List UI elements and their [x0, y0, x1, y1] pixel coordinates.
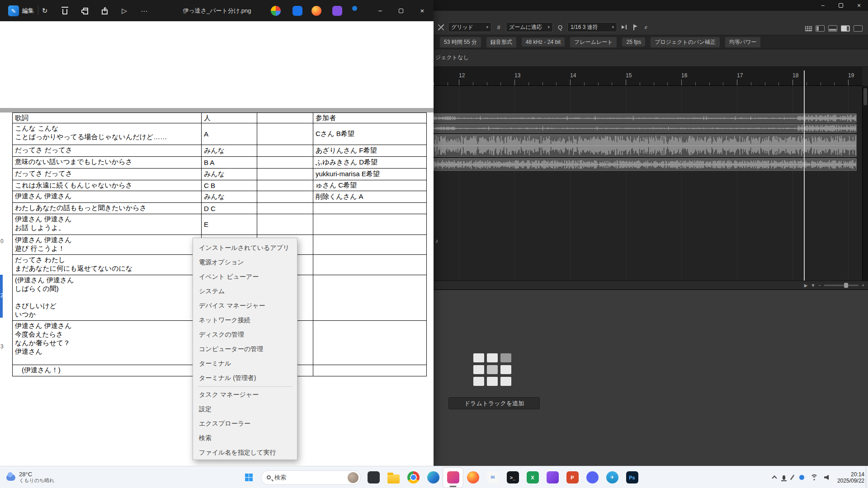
- zoom-menu-icon[interactable]: ▼: [811, 283, 815, 288]
- clock[interactable]: 20:14 2025/09/22: [837, 471, 864, 484]
- audio-clip-3[interactable]: [434, 134, 857, 157]
- tray-app-icon[interactable]: [799, 475, 804, 480]
- discord-icon[interactable]: [582, 468, 602, 488]
- edge-icon[interactable]: [423, 468, 443, 488]
- purple-app-icon[interactable]: [542, 468, 562, 488]
- ruler-major-ticks: [434, 80, 862, 85]
- add-drum-track-button[interactable]: ドラムトラックを追加: [448, 397, 540, 409]
- audio-clip-4[interactable]: [434, 158, 857, 171]
- excel-icon[interactable]: X: [523, 468, 542, 488]
- mail-icon[interactable]: ✉: [483, 468, 503, 488]
- volume-icon[interactable]: [824, 474, 831, 480]
- autoscroll-icon[interactable]: [621, 24, 628, 30]
- weather-widget[interactable]: 28°C くもりのち晴れ: [6, 466, 55, 488]
- vertical-scrollbar-handle[interactable]: [863, 88, 867, 105]
- winx-menu-item[interactable]: インストールされているアプリ: [193, 241, 297, 255]
- winx-menu-item[interactable]: コンピューターの管理: [193, 342, 297, 357]
- daw-titlebar[interactable]: − ×: [434, 0, 868, 11]
- info-chip[interactable]: 25 fps: [622, 38, 645, 47]
- quantize-preset-dropdown[interactable]: 1/16 3 連符 ▾: [567, 22, 617, 32]
- grid-type-dropdown[interactable]: グリッド ▾: [448, 22, 491, 32]
- designer-pinwheel-icon[interactable]: [271, 6, 281, 16]
- purple-app-icon[interactable]: [332, 6, 342, 16]
- file-explorer-icon[interactable]: [383, 468, 403, 488]
- winx-menu-item[interactable]: エクスプローラー: [193, 417, 297, 431]
- winx-menu-item[interactable]: ターミナル (管理者): [193, 371, 297, 385]
- winx-menu-item[interactable]: ファイル名を指定して実行: [193, 446, 297, 460]
- playhead-cursor[interactable]: [804, 70, 805, 281]
- winx-menu-item[interactable]: 検索: [193, 431, 297, 446]
- powerpoint-icon[interactable]: P: [562, 468, 582, 488]
- winx-menu-item[interactable]: 設定: [193, 402, 297, 417]
- quantize-grid-icon[interactable]: #: [495, 24, 502, 31]
- winx-menu-item[interactable]: 電源オプション: [193, 255, 297, 270]
- photos-icon[interactable]: [443, 468, 463, 488]
- layout-lower-zone-toggle[interactable]: [828, 25, 837, 32]
- layout-setup-toggle[interactable]: [854, 25, 863, 32]
- info-chip[interactable]: フレームレート: [570, 37, 617, 47]
- info-chip[interactable]: 48 kHz - 24 bit: [522, 38, 565, 47]
- rotate-button[interactable]: ↻: [38, 5, 52, 17]
- slideshow-button[interactable]: ▷: [118, 5, 131, 17]
- pen-icon[interactable]: [790, 474, 794, 480]
- winx-menu-item[interactable]: イベント ビューアー: [193, 270, 297, 284]
- photos-maximize-button[interactable]: [392, 0, 410, 21]
- winx-menu-item[interactable]: タスク マネージャー: [193, 388, 297, 402]
- onedrive-cloud-icon[interactable]: [350, 6, 360, 16]
- orange-app-icon[interactable]: [311, 6, 321, 16]
- layout-right-zone-toggle[interactable]: [841, 25, 850, 32]
- winx-menu-item[interactable]: ディスクの管理: [193, 328, 297, 342]
- delete-button[interactable]: [58, 5, 71, 17]
- blue-app-icon[interactable]: [292, 6, 302, 16]
- timeline-ruler[interactable]: 1213141516171819: [434, 67, 862, 86]
- column-header-participants: 参加者: [313, 113, 427, 123]
- layout-left-zone-toggle[interactable]: [816, 25, 825, 32]
- print-button[interactable]: [78, 5, 91, 17]
- audio-clip-2[interactable]: [434, 124, 857, 133]
- zoom-slider[interactable]: [824, 285, 859, 286]
- column-header-blank: [257, 113, 313, 123]
- zoom-slider-handle[interactable]: [844, 283, 848, 288]
- zoom-in-icon[interactable]: +: [862, 283, 864, 288]
- info-chip[interactable]: 録音形式: [486, 37, 516, 47]
- photos-minimize-button[interactable]: −: [371, 0, 390, 21]
- show-desktop-button[interactable]: [866, 466, 868, 488]
- share-button[interactable]: [98, 5, 111, 17]
- telegram-icon[interactable]: ✈: [602, 468, 622, 488]
- winx-menu-item[interactable]: システム: [193, 284, 297, 299]
- audio-clip-1[interactable]: [434, 113, 857, 123]
- hidden-icons-chevron[interactable]: [772, 475, 777, 480]
- terminal-icon[interactable]: >_: [503, 468, 523, 488]
- scroll-right-icon[interactable]: ▶: [804, 283, 808, 288]
- photos-close-button[interactable]: ×: [413, 0, 432, 21]
- daw-maximize-button[interactable]: [832, 0, 850, 11]
- winx-menu-item[interactable]: ターミナル: [193, 357, 297, 371]
- edit-channel-icon[interactable]: e: [642, 23, 650, 31]
- dark-app-icon[interactable]: [363, 468, 383, 488]
- start-button[interactable]: [239, 469, 258, 487]
- snap-icon[interactable]: [437, 24, 444, 30]
- chrome-icon[interactable]: [403, 468, 423, 488]
- zoom-out-icon[interactable]: −: [818, 283, 821, 288]
- wifi-icon[interactable]: [811, 474, 818, 480]
- photoshop-icon[interactable]: Ps: [622, 468, 642, 488]
- track-area[interactable]: ♪: [434, 86, 868, 281]
- zoom-mode-dropdown[interactable]: ズームに適応 ▾: [506, 22, 553, 32]
- photos-titlebar[interactable]: ✎ 編集 ↻ ▷ ··· 伊っ達さ_パート分け.png − ×: [0, 0, 434, 21]
- marker-flag-icon[interactable]: [632, 24, 639, 30]
- edit-button[interactable]: ✎ 編集: [5, 4, 38, 18]
- mixer-grid-icon[interactable]: [805, 26, 812, 31]
- info-chip[interactable]: 均等パワー: [725, 37, 761, 47]
- winx-menu-item[interactable]: デバイス マネージャー: [193, 299, 297, 313]
- taskbar-apps: ✉>_XP✈Ps: [363, 468, 642, 488]
- daw-minimize-button[interactable]: −: [814, 0, 832, 11]
- winx-menu-item[interactable]: ネットワーク接続: [193, 313, 297, 328]
- search-box[interactable]: 検索: [261, 470, 361, 485]
- info-chip[interactable]: 53 時間 55 分: [440, 37, 481, 47]
- info-chip[interactable]: プロジェクトのパン補正: [651, 37, 720, 47]
- daw-close-button[interactable]: ×: [850, 0, 868, 11]
- vertical-scrollbar[interactable]: [862, 86, 868, 281]
- firefox-icon[interactable]: [463, 468, 483, 488]
- microphone-icon[interactable]: [783, 475, 785, 480]
- quantize-icon[interactable]: Q: [557, 24, 564, 31]
